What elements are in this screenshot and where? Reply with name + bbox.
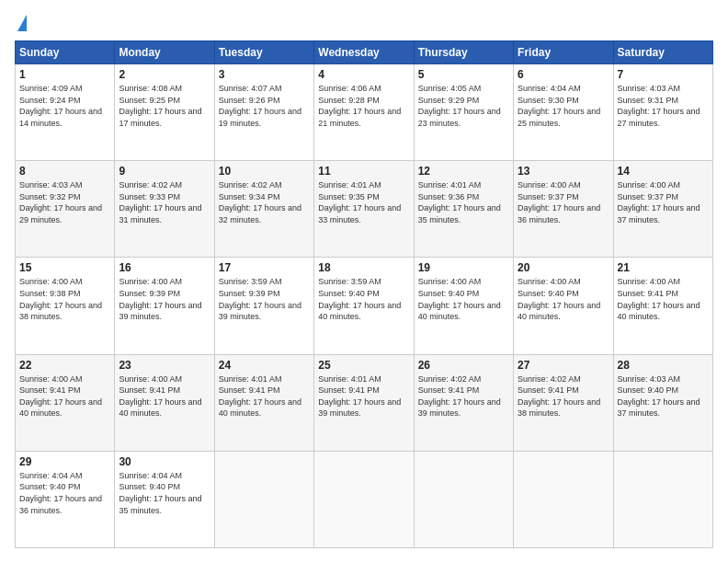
calendar-cell: 13Sunrise: 4:00 AMSunset: 9:37 PMDayligh…	[514, 161, 613, 258]
day-number: 21	[618, 261, 709, 274]
calendar-cell	[514, 451, 613, 547]
calendar-week-row: 15Sunrise: 4:00 AMSunset: 9:38 PMDayligh…	[16, 258, 713, 354]
day-info: Sunrise: 4:00 AMSunset: 9:39 PMDaylight:…	[119, 276, 210, 322]
day-info: Sunrise: 4:03 AMSunset: 9:40 PMDaylight:…	[618, 373, 709, 419]
day-number: 26	[418, 359, 509, 372]
day-number: 3	[219, 68, 310, 81]
day-info: Sunrise: 4:00 AMSunset: 9:38 PMDaylight:…	[19, 276, 110, 322]
col-header-wednesday: Wednesday	[314, 41, 414, 64]
day-info: Sunrise: 4:02 AMSunset: 9:41 PMDaylight:…	[418, 373, 509, 419]
day-info: Sunrise: 4:02 AMSunset: 9:41 PMDaylight:…	[518, 373, 609, 419]
calendar-cell: 7Sunrise: 4:03 AMSunset: 9:31 PMDaylight…	[613, 64, 712, 161]
calendar-cell: 25Sunrise: 4:01 AMSunset: 9:41 PMDayligh…	[314, 354, 414, 451]
day-info: Sunrise: 4:08 AMSunset: 9:25 PMDaylight:…	[119, 83, 210, 129]
day-info: Sunrise: 4:00 AMSunset: 9:37 PMDaylight:…	[618, 179, 709, 225]
day-info: Sunrise: 4:03 AMSunset: 9:31 PMDaylight:…	[618, 83, 709, 129]
calendar-header-row: SundayMondayTuesdayWednesdayThursdayFrid…	[16, 41, 713, 64]
calendar-cell: 8Sunrise: 4:03 AMSunset: 9:32 PMDaylight…	[16, 161, 115, 258]
day-number: 17	[219, 261, 310, 274]
day-number: 19	[418, 261, 509, 274]
day-number: 13	[518, 165, 609, 178]
day-number: 18	[318, 261, 409, 274]
calendar-cell: 12Sunrise: 4:01 AMSunset: 9:36 PMDayligh…	[414, 161, 513, 258]
calendar-cell: 23Sunrise: 4:00 AMSunset: 9:41 PMDayligh…	[115, 354, 214, 451]
day-info: Sunrise: 4:01 AMSunset: 9:41 PMDaylight:…	[318, 373, 409, 419]
day-number: 28	[618, 359, 709, 372]
calendar-cell: 15Sunrise: 4:00 AMSunset: 9:38 PMDayligh…	[16, 258, 115, 354]
day-number: 30	[119, 455, 210, 468]
day-number: 7	[618, 68, 709, 81]
day-info: Sunrise: 4:06 AMSunset: 9:28 PMDaylight:…	[318, 83, 409, 129]
day-number: 25	[318, 359, 409, 372]
day-number: 10	[219, 165, 310, 178]
calendar-cell: 26Sunrise: 4:02 AMSunset: 9:41 PMDayligh…	[414, 354, 513, 451]
day-number: 8	[19, 165, 110, 178]
day-number: 2	[119, 68, 210, 81]
calendar-cell: 5Sunrise: 4:05 AMSunset: 9:29 PMDaylight…	[414, 64, 513, 161]
calendar-cell: 18Sunrise: 3:59 AMSunset: 9:40 PMDayligh…	[314, 258, 414, 354]
header	[15, 15, 713, 31]
calendar-cell	[214, 451, 313, 547]
col-header-saturday: Saturday	[613, 41, 712, 64]
calendar-week-row: 22Sunrise: 4:00 AMSunset: 9:41 PMDayligh…	[16, 354, 713, 451]
day-number: 20	[518, 261, 609, 274]
day-info: Sunrise: 4:01 AMSunset: 9:35 PMDaylight:…	[318, 179, 409, 225]
calendar-cell: 30Sunrise: 4:04 AMSunset: 9:40 PMDayligh…	[115, 451, 214, 547]
day-info: Sunrise: 4:02 AMSunset: 9:33 PMDaylight:…	[119, 179, 210, 225]
calendar-cell: 24Sunrise: 4:01 AMSunset: 9:41 PMDayligh…	[214, 354, 313, 451]
day-info: Sunrise: 4:01 AMSunset: 9:41 PMDaylight:…	[219, 373, 310, 419]
day-info: Sunrise: 4:04 AMSunset: 9:40 PMDaylight:…	[19, 470, 110, 516]
day-number: 23	[119, 359, 210, 372]
calendar-cell: 20Sunrise: 4:00 AMSunset: 9:40 PMDayligh…	[514, 258, 613, 354]
col-header-monday: Monday	[115, 41, 214, 64]
day-info: Sunrise: 4:00 AMSunset: 9:40 PMDaylight:…	[418, 276, 509, 322]
calendar-cell	[314, 451, 414, 547]
day-info: Sunrise: 4:00 AMSunset: 9:41 PMDaylight:…	[19, 373, 110, 419]
day-info: Sunrise: 4:01 AMSunset: 9:36 PMDaylight:…	[418, 179, 509, 225]
day-number: 14	[618, 165, 709, 178]
page: SundayMondayTuesdayWednesdayThursdayFrid…	[0, 0, 728, 563]
day-number: 4	[318, 68, 409, 81]
calendar-cell: 14Sunrise: 4:00 AMSunset: 9:37 PMDayligh…	[613, 161, 712, 258]
calendar-cell: 9Sunrise: 4:02 AMSunset: 9:33 PMDaylight…	[115, 161, 214, 258]
logo-line1	[15, 15, 27, 33]
day-info: Sunrise: 4:03 AMSunset: 9:32 PMDaylight:…	[19, 179, 110, 225]
day-number: 12	[418, 165, 509, 178]
day-number: 24	[219, 359, 310, 372]
calendar-cell: 19Sunrise: 4:00 AMSunset: 9:40 PMDayligh…	[414, 258, 513, 354]
day-number: 27	[518, 359, 609, 372]
day-info: Sunrise: 4:09 AMSunset: 9:24 PMDaylight:…	[19, 83, 110, 129]
day-number: 9	[119, 165, 210, 178]
day-info: Sunrise: 4:04 AMSunset: 9:40 PMDaylight:…	[119, 470, 210, 516]
day-info: Sunrise: 4:05 AMSunset: 9:29 PMDaylight:…	[418, 83, 509, 129]
calendar-week-row: 29Sunrise: 4:04 AMSunset: 9:40 PMDayligh…	[16, 451, 713, 547]
calendar-cell	[414, 451, 513, 547]
col-header-sunday: Sunday	[16, 41, 115, 64]
calendar-cell: 21Sunrise: 4:00 AMSunset: 9:41 PMDayligh…	[613, 258, 712, 354]
calendar-table: SundayMondayTuesdayWednesdayThursdayFrid…	[15, 40, 713, 548]
calendar-cell: 11Sunrise: 4:01 AMSunset: 9:35 PMDayligh…	[314, 161, 414, 258]
day-number: 15	[19, 261, 110, 274]
logo-triangle-icon	[17, 15, 27, 31]
day-info: Sunrise: 4:00 AMSunset: 9:41 PMDaylight:…	[618, 276, 709, 322]
day-number: 16	[119, 261, 210, 274]
calendar-cell: 27Sunrise: 4:02 AMSunset: 9:41 PMDayligh…	[514, 354, 613, 451]
day-number: 1	[19, 68, 110, 81]
calendar-cell: 16Sunrise: 4:00 AMSunset: 9:39 PMDayligh…	[115, 258, 214, 354]
day-info: Sunrise: 3:59 AMSunset: 9:40 PMDaylight:…	[318, 276, 409, 322]
calendar-cell: 4Sunrise: 4:06 AMSunset: 9:28 PMDaylight…	[314, 64, 414, 161]
day-number: 22	[19, 359, 110, 372]
day-info: Sunrise: 4:07 AMSunset: 9:26 PMDaylight:…	[219, 83, 310, 129]
day-number: 6	[518, 68, 609, 81]
calendar-week-row: 8Sunrise: 4:03 AMSunset: 9:32 PMDaylight…	[16, 161, 713, 258]
day-info: Sunrise: 4:00 AMSunset: 9:37 PMDaylight:…	[518, 179, 609, 225]
calendar-cell: 10Sunrise: 4:02 AMSunset: 9:34 PMDayligh…	[214, 161, 313, 258]
day-info: Sunrise: 3:59 AMSunset: 9:39 PMDaylight:…	[219, 276, 310, 322]
calendar-cell: 28Sunrise: 4:03 AMSunset: 9:40 PMDayligh…	[613, 354, 712, 451]
day-number: 5	[418, 68, 509, 81]
calendar-cell: 3Sunrise: 4:07 AMSunset: 9:26 PMDaylight…	[214, 64, 313, 161]
calendar-cell: 6Sunrise: 4:04 AMSunset: 9:30 PMDaylight…	[514, 64, 613, 161]
day-info: Sunrise: 4:00 AMSunset: 9:40 PMDaylight:…	[518, 276, 609, 322]
day-number: 11	[318, 165, 409, 178]
calendar-cell: 22Sunrise: 4:00 AMSunset: 9:41 PMDayligh…	[16, 354, 115, 451]
